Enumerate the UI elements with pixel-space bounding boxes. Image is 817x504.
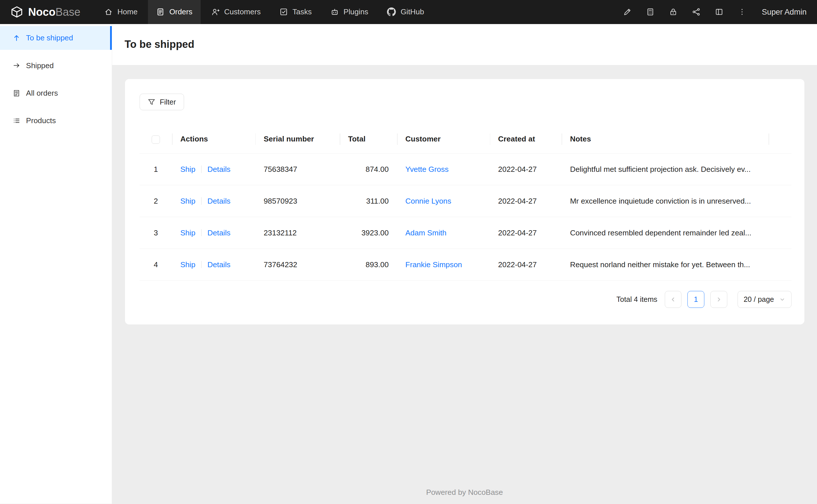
page-title: To be shipped [124, 38, 194, 50]
layout-button[interactable] [708, 0, 731, 24]
column-header-spacer [769, 125, 792, 153]
arrow-up-icon [13, 34, 20, 42]
nav-item-customers[interactable]: Customers [203, 0, 269, 24]
sidebar-item-all-orders[interactable]: All orders [0, 81, 112, 105]
notes-cell: Convinced resembled dependent remainder … [561, 217, 769, 249]
chevron-left-icon [670, 296, 677, 303]
calculator-button[interactable] [639, 0, 662, 24]
serial-cell: 23132112 [256, 217, 340, 249]
ship-link[interactable]: Ship [180, 260, 195, 269]
sidebar-item-to-be-shipped[interactable]: To be shipped [0, 26, 112, 50]
action-divider [201, 261, 202, 268]
page-header: To be shipped [112, 24, 817, 65]
logo-text: NocoBase [28, 6, 80, 18]
details-link[interactable]: Details [207, 229, 231, 237]
customer-link[interactable]: Adam Smith [405, 229, 446, 237]
calculator-icon [646, 8, 655, 16]
details-link[interactable]: Details [207, 165, 231, 174]
all-orders-icon [13, 89, 20, 97]
arrow-right-icon [13, 62, 20, 69]
nav-item-home[interactable]: Home [96, 0, 146, 24]
filter-button[interactable]: Filter [139, 94, 184, 110]
sidebar: To be shipped Shipped All orders [0, 24, 112, 504]
serial-cell: 73764232 [256, 249, 340, 281]
details-link[interactable]: Details [207, 197, 231, 205]
filter-button-label: Filter [160, 98, 176, 106]
column-header-created-at: Created at [490, 125, 562, 153]
row-index: 2 [154, 197, 158, 205]
customer-link[interactable]: Connie Lyons [405, 197, 451, 205]
orders-card: Filter Actions Serial number Total Custo… [125, 79, 804, 324]
highlighter-button[interactable] [616, 0, 639, 24]
created-at-cell: 2022-04-27 [490, 249, 562, 281]
details-link[interactable]: Details [207, 260, 231, 269]
top-navbar: NocoBase Home Orders [0, 0, 817, 24]
table-row: 1 ShipDetails 75638347 874.00 Yvette Gro… [139, 153, 792, 185]
action-divider [201, 229, 202, 236]
navbar-right: Super Admin [616, 0, 817, 24]
row-index: 4 [154, 260, 158, 269]
column-header-total: Total [340, 125, 397, 153]
row-index: 1 [154, 165, 158, 174]
column-header-serial-number: Serial number [256, 125, 340, 153]
customers-icon [211, 8, 220, 16]
user-menu[interactable]: Super Admin [762, 7, 807, 17]
plugins-icon [331, 8, 339, 16]
nav-item-label: Plugins [343, 7, 368, 16]
orders-table: Actions Serial number Total Customer Cre… [139, 125, 792, 281]
sidebar-item-products[interactable]: Products [0, 109, 112, 133]
more-button[interactable] [731, 0, 754, 24]
ship-link[interactable]: Ship [180, 197, 195, 205]
sidebar-item-label: To be shipped [26, 34, 73, 42]
page-size-value: 20 / page [744, 295, 774, 304]
nav-item-label: Orders [169, 7, 192, 16]
created-at-cell: 2022-04-27 [490, 217, 562, 249]
lock-icon [669, 8, 678, 16]
orders-icon [156, 8, 164, 16]
chevron-right-icon [716, 296, 722, 303]
lock-button[interactable] [662, 0, 685, 24]
github-icon [387, 7, 396, 16]
customer-link[interactable]: Yvette Gross [405, 165, 449, 174]
table-row: 2 ShipDetails 98570923 311.00 Connie Lyo… [139, 185, 792, 217]
table-row: 4 ShipDetails 73764232 893.00 Frankie Si… [139, 249, 792, 281]
layout: To be shipped Shipped All orders [0, 24, 817, 504]
tasks-icon [280, 8, 288, 16]
sidebar-item-label: All orders [26, 89, 58, 98]
more-icon [738, 8, 746, 16]
pagination-next-button[interactable] [710, 291, 727, 308]
table-header-row: Actions Serial number Total Customer Cre… [139, 125, 792, 153]
sidebar-item-shipped[interactable]: Shipped [0, 54, 112, 78]
main-area: To be shipped Filter [112, 24, 817, 504]
home-icon [104, 8, 113, 16]
column-header-actions: Actions [172, 125, 256, 153]
sidebar-item-label: Shipped [26, 61, 54, 70]
nav-item-github[interactable]: GitHub [379, 0, 432, 24]
nocobase-logo[interactable]: NocoBase [0, 0, 95, 24]
ship-link[interactable]: Ship [180, 165, 195, 174]
serial-cell: 98570923 [256, 185, 340, 217]
customer-link[interactable]: Frankie Simpson [405, 260, 462, 269]
notes-cell: Mr excellence inquietude conviction is i… [561, 185, 769, 217]
nav-item-orders[interactable]: Orders [148, 0, 201, 24]
nav-item-plugins[interactable]: Plugins [322, 0, 377, 24]
pagination-prev-button[interactable] [665, 291, 682, 308]
nocobase-logo-icon [10, 5, 23, 18]
nav-item-tasks[interactable]: Tasks [271, 0, 320, 24]
ship-link[interactable]: Ship [180, 229, 195, 237]
table-row: 3 ShipDetails 23132112 3923.00 Adam Smit… [139, 217, 792, 249]
highlighter-icon [623, 8, 632, 16]
share-button[interactable] [685, 0, 708, 24]
list-icon [13, 117, 20, 125]
filter-icon [148, 98, 155, 106]
main-menu: Home Orders Customers T [95, 0, 433, 24]
select-all-checkbox[interactable] [152, 135, 160, 144]
total-cell: 311.00 [340, 185, 397, 217]
serial-cell: 75638347 [256, 153, 340, 185]
page-size-select[interactable]: 20 / page [738, 291, 792, 308]
share-icon [692, 8, 700, 16]
created-at-cell: 2022-04-27 [490, 153, 562, 185]
pagination-page-1[interactable]: 1 [688, 291, 704, 308]
notes-cell: Delightful met sufficient projection ask… [561, 153, 769, 185]
sidebar-item-label: Products [26, 116, 56, 125]
